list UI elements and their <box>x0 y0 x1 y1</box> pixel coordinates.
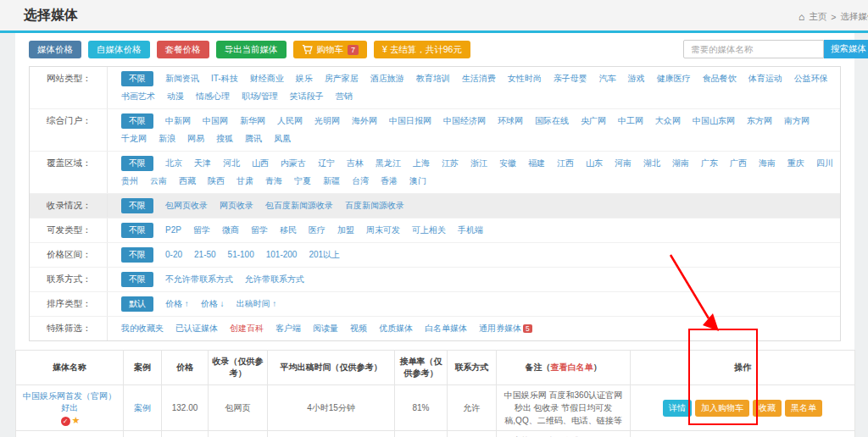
filter-option[interactable]: 不允许带联系方式 <box>165 272 233 287</box>
filter-option[interactable]: 新疆 <box>323 174 340 189</box>
filter-option[interactable]: 搜狐 <box>216 131 233 147</box>
filter-option[interactable]: 亲子母婴 <box>554 71 587 86</box>
filter-option[interactable]: 加盟 <box>337 223 354 238</box>
filter-option[interactable]: 新浪 <box>159 131 175 147</box>
filter-option[interactable]: 新华网 <box>240 113 265 129</box>
filter-option[interactable]: 天津 <box>194 156 211 171</box>
filter-option[interactable]: 人民网 <box>277 113 303 129</box>
filter-option[interactable]: 黑龙江 <box>376 156 401 171</box>
filter-option[interactable]: 东方网 <box>747 113 772 129</box>
black-button[interactable]: 黑名单 <box>785 400 822 417</box>
filter-option[interactable]: IT-科技 <box>211 71 238 86</box>
filter-option[interactable]: 女性时尚 <box>508 71 542 86</box>
toolbar-button-1[interactable]: 媒体价格 <box>29 41 81 58</box>
filter-option[interactable]: 辽宁 <box>318 156 335 171</box>
filter-option[interactable]: 允许带联系方式 <box>245 272 304 287</box>
filter-option[interactable]: 湖北 <box>643 156 660 171</box>
filter-option[interactable]: 河南 <box>615 156 632 171</box>
filter-option[interactable]: 房产家居 <box>325 71 359 86</box>
filter-option[interactable]: 微商 <box>222 223 239 238</box>
filter-option[interactable]: 中国山东网 <box>693 113 735 129</box>
filter-option[interactable]: 央广网 <box>581 113 606 129</box>
filter-option[interactable]: 可上相关 <box>412 223 446 238</box>
toolbar-button-3[interactable]: 套餐价格 <box>157 41 209 58</box>
filter-option[interactable]: 新闻资讯 <box>165 71 199 86</box>
filter-option[interactable]: 网页收录 <box>220 198 253 213</box>
filter-option[interactable]: 101-200 <box>266 247 298 263</box>
filter-option[interactable]: P2P <box>165 223 181 238</box>
toolbar-button-2[interactable]: 自媒体价格 <box>88 41 150 58</box>
filter-option[interactable]: 手机端 <box>458 223 483 238</box>
filter-option[interactable]: 内蒙古 <box>281 156 306 171</box>
filter-option[interactable]: 大众网 <box>655 113 681 129</box>
filter-option[interactable]: 不限 <box>121 247 153 263</box>
filter-option[interactable]: 营销 <box>336 89 353 104</box>
filter-option[interactable]: 网易 <box>187 131 204 147</box>
filter-option[interactable]: 上海 <box>413 156 430 171</box>
filter-option[interactable]: 中国经济网 <box>443 113 486 129</box>
filter-option[interactable]: 不限 <box>121 272 153 287</box>
filter-option[interactable]: 四川 <box>816 156 833 171</box>
filter-option[interactable]: 默认 <box>121 296 153 312</box>
filter-option[interactable]: 出稿时间 ↑ <box>236 296 277 312</box>
filter-option[interactable]: 百度新闻源收录 <box>345 198 404 213</box>
filter-option[interactable]: 山东 <box>586 156 603 171</box>
filter-option[interactable]: 移民 <box>280 223 297 238</box>
filter-option[interactable]: 南方网 <box>784 113 810 129</box>
filter-option[interactable]: 不限 <box>121 71 153 86</box>
filter-option[interactable]: 吉林 <box>347 156 364 171</box>
toolbar-button-6[interactable]: ¥ 去结算，共计96元 <box>374 41 470 58</box>
filter-option[interactable]: 江苏 <box>442 156 459 171</box>
filter-option[interactable]: 51-100 <box>228 247 254 263</box>
filter-option[interactable]: 体育运动 <box>748 71 782 86</box>
filter-option[interactable]: 包网页收录 <box>165 198 208 213</box>
filter-option[interactable]: 视频 <box>350 321 367 336</box>
filter-option[interactable]: 青海 <box>265 174 282 189</box>
filter-option[interactable]: 不限 <box>121 156 153 171</box>
filter-option[interactable]: 凤凰 <box>274 131 291 147</box>
filter-option[interactable]: 湖南 <box>672 156 689 171</box>
media-name-link[interactable]: 中国娱乐网首发（官网）好出 <box>23 391 116 412</box>
filter-option[interactable]: 21-50 <box>194 247 216 263</box>
filter-option[interactable]: 汽车 <box>599 71 616 86</box>
filter-option[interactable]: 201以上 <box>309 247 340 263</box>
filter-option[interactable]: 不限 <box>121 113 153 129</box>
filter-option[interactable]: 公益环保 <box>794 71 828 86</box>
whitelist-link[interactable]: 查看白名单 <box>551 362 593 372</box>
filter-option[interactable]: 价格 ↑ <box>165 296 189 312</box>
filter-option[interactable]: 香港 <box>381 174 398 189</box>
filter-option[interactable]: 安徽 <box>499 156 516 171</box>
filter-option[interactable]: 白名单媒体 <box>425 321 467 336</box>
filter-option[interactable]: 书画艺术 <box>121 89 155 104</box>
filter-option[interactable]: 价格 ↓ <box>201 296 225 312</box>
filter-option[interactable]: 陕西 <box>208 174 225 189</box>
case-link[interactable]: 案例 <box>134 403 151 412</box>
filter-option[interactable]: 留学 <box>251 223 268 238</box>
filter-option[interactable]: 阅读量 <box>313 321 338 336</box>
filter-option[interactable]: 江西 <box>557 156 574 171</box>
fav-button[interactable]: 收藏 <box>753 400 782 417</box>
filter-option[interactable]: 生活消费 <box>462 71 496 86</box>
filter-option[interactable]: 西藏 <box>179 174 196 189</box>
toolbar-button-5[interactable]: 购物车7 <box>293 41 368 58</box>
filter-option[interactable]: 云南 <box>150 174 167 189</box>
filter-option[interactable]: 广东 <box>701 156 718 171</box>
filter-option[interactable]: 台湾 <box>352 174 369 189</box>
filter-option[interactable]: 光明网 <box>314 113 340 129</box>
filter-option[interactable]: 浙江 <box>470 156 487 171</box>
filter-option[interactable]: 食品餐饮 <box>703 71 737 86</box>
filter-option[interactable]: 情感心理 <box>196 89 230 104</box>
filter-option[interactable]: 周末可发 <box>366 223 400 238</box>
filter-option[interactable]: 国际在线 <box>535 113 569 129</box>
detail-button[interactable]: 详情 <box>663 400 692 417</box>
filter-option[interactable]: 医疗 <box>309 223 326 238</box>
filter-option[interactable]: 中国日报网 <box>389 113 431 129</box>
filter-option[interactable]: 腾讯 <box>245 131 262 147</box>
search-button[interactable]: 搜索媒体 <box>824 40 868 58</box>
filter-option[interactable]: 环球网 <box>498 113 523 129</box>
filter-option[interactable]: 我的收藏夹 <box>121 321 164 336</box>
filter-option[interactable]: 娱乐 <box>296 71 313 86</box>
filter-option[interactable]: 福建 <box>528 156 545 171</box>
filter-option[interactable]: 笑话段子 <box>290 89 324 104</box>
filter-option[interactable]: 创建百科 <box>230 321 264 336</box>
